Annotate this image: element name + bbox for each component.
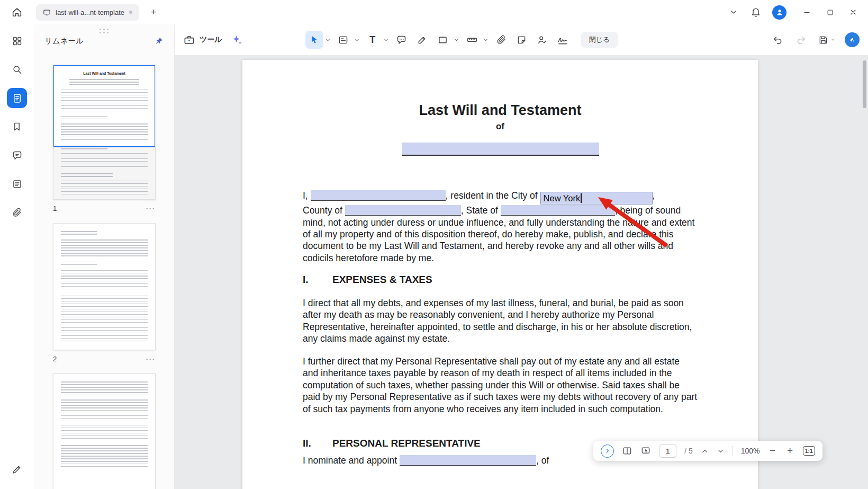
comments-panel-button[interactable] xyxy=(7,145,27,165)
comment-icon xyxy=(12,150,23,161)
county-form-field[interactable] xyxy=(345,205,461,216)
save-options-chevron[interactable] xyxy=(830,37,836,42)
search-button[interactable] xyxy=(7,59,27,79)
undo-icon xyxy=(772,34,783,46)
thumbnail-content xyxy=(61,425,148,441)
zoom-out-button[interactable]: − xyxy=(768,446,777,456)
speech-bubble-icon xyxy=(396,34,407,46)
document-tab[interactable]: last-will-a...nt-template xyxy=(36,4,139,21)
thumbnail-content xyxy=(61,296,148,323)
toolbox-icon xyxy=(183,34,195,46)
close-window-button[interactable] xyxy=(842,3,865,22)
form-field-icon xyxy=(338,34,349,46)
expenses-paragraph-1: I direct that all my debts, and expenses… xyxy=(303,297,698,345)
stylus-icon xyxy=(11,464,23,475)
page-thumbnail-2[interactable] xyxy=(53,223,156,350)
redo-button[interactable] xyxy=(792,31,810,49)
measure-tool-button[interactable] xyxy=(463,31,481,49)
measure-tool-chevron[interactable] xyxy=(483,37,489,43)
close-tools-button[interactable]: 閉じる xyxy=(581,32,618,48)
pin-panel-button[interactable] xyxy=(155,37,164,46)
stamp-tool-button[interactable] xyxy=(513,31,531,49)
highlight-tool-button[interactable] xyxy=(413,31,431,49)
select-tool-button[interactable] xyxy=(305,31,323,49)
bookmarks-button[interactable] xyxy=(7,117,27,137)
collapse-toolbar-button[interactable] xyxy=(722,3,745,22)
maximize-button[interactable] xyxy=(818,3,842,22)
thumbnail-content xyxy=(61,270,148,291)
thumbnail-content xyxy=(69,79,139,86)
notifications-button[interactable] xyxy=(745,3,767,22)
new-tab-button[interactable]: + xyxy=(146,4,161,20)
shapes-tool-button[interactable] xyxy=(434,31,452,49)
name-inline-field[interactable] xyxy=(311,190,446,201)
presentation-mode-button[interactable] xyxy=(640,446,651,456)
page-more-button[interactable]: ··· xyxy=(146,355,156,363)
thumbnails-panel-button[interactable] xyxy=(7,88,27,108)
form-field-tool-chevron[interactable] xyxy=(354,37,360,43)
redo-icon xyxy=(795,34,807,46)
name-form-field[interactable] xyxy=(402,143,599,156)
page-more-button[interactable]: ··· xyxy=(146,205,156,212)
person-sign-icon xyxy=(537,34,548,46)
monitor-icon xyxy=(43,8,51,16)
tab-title: last-will-a...nt-template xyxy=(56,8,124,16)
panel-title: サムネール xyxy=(44,36,84,46)
select-tool-chevron[interactable] xyxy=(325,37,331,43)
expand-bar-button[interactable] xyxy=(601,444,614,458)
tools-label: ツール xyxy=(200,35,222,45)
cursor-icon xyxy=(309,34,320,45)
ai-sparkle-button[interactable] xyxy=(231,34,243,46)
red-arrow-annotation[interactable] xyxy=(582,186,677,255)
signature-tool-button[interactable] xyxy=(554,31,572,49)
thumbnail-row-1: 1 ··· xyxy=(53,205,156,212)
form-field-tool-button[interactable] xyxy=(334,31,352,49)
page-thumbnail-1[interactable]: Last Will and Testament xyxy=(53,65,156,200)
home-icon xyxy=(11,6,23,18)
stylus-tools-button[interactable] xyxy=(7,459,27,479)
next-page-button[interactable] xyxy=(717,447,725,455)
user-avatar[interactable] xyxy=(772,5,786,20)
text-tool-chevron[interactable] xyxy=(383,37,389,43)
page-view-button[interactable] xyxy=(7,174,27,194)
attach-tool-button[interactable] xyxy=(492,31,510,49)
actual-size-button[interactable]: 1:1 xyxy=(803,446,815,456)
tools-menu-button[interactable]: ツール xyxy=(183,34,222,46)
section-heading-1: I.EXPENSES & TAXES xyxy=(303,274,698,286)
comment-tool-button[interactable] xyxy=(393,31,411,49)
zoom-in-button[interactable]: + xyxy=(785,446,795,456)
ai-assistant-badge[interactable] xyxy=(845,32,860,47)
document-canvas[interactable]: Last Will and Testament of I, , resident… xyxy=(175,55,868,489)
thumbnail-content xyxy=(61,399,148,421)
vertical-scrollbar[interactable] xyxy=(863,60,866,108)
previous-page-button[interactable] xyxy=(701,447,709,455)
save-button[interactable] xyxy=(815,31,839,49)
shapes-tool-chevron[interactable] xyxy=(454,37,459,43)
thumbnail-content xyxy=(61,123,148,141)
paperclip-icon xyxy=(496,34,507,45)
undo-button[interactable] xyxy=(768,31,786,49)
chevron-down-icon xyxy=(729,8,738,16)
apps-grid-button[interactable] xyxy=(7,31,27,51)
zoom-level-label[interactable]: 100% xyxy=(741,447,760,455)
apps-grid-icon xyxy=(12,35,23,47)
document-title: Last Will and Testament xyxy=(303,102,698,118)
representative-form-field[interactable] xyxy=(400,455,536,466)
attachments-button[interactable] xyxy=(7,202,27,223)
panel-drag-handle[interactable] xyxy=(100,29,109,33)
page-total-label: / 5 xyxy=(684,447,693,455)
home-button[interactable] xyxy=(7,3,26,22)
thumbnail-content xyxy=(61,231,97,236)
main-toolbar: ツール xyxy=(175,24,868,55)
minimize-button[interactable] xyxy=(795,3,818,22)
pdf-page-1[interactable]: Last Will and Testament of I, , resident… xyxy=(242,60,758,489)
sign-tool-button[interactable] xyxy=(534,31,551,49)
text-tool-icon: T xyxy=(369,34,375,46)
reading-view-button[interactable] xyxy=(622,446,632,456)
close-icon xyxy=(849,8,857,16)
page-number-input[interactable] xyxy=(659,444,676,458)
page-thumbnail-3[interactable] xyxy=(53,374,156,489)
paragraph-text: , resident in the City of xyxy=(446,190,540,201)
thumbnail-row-2: 2 ··· xyxy=(53,355,156,363)
text-tool-button[interactable]: T xyxy=(364,31,382,49)
